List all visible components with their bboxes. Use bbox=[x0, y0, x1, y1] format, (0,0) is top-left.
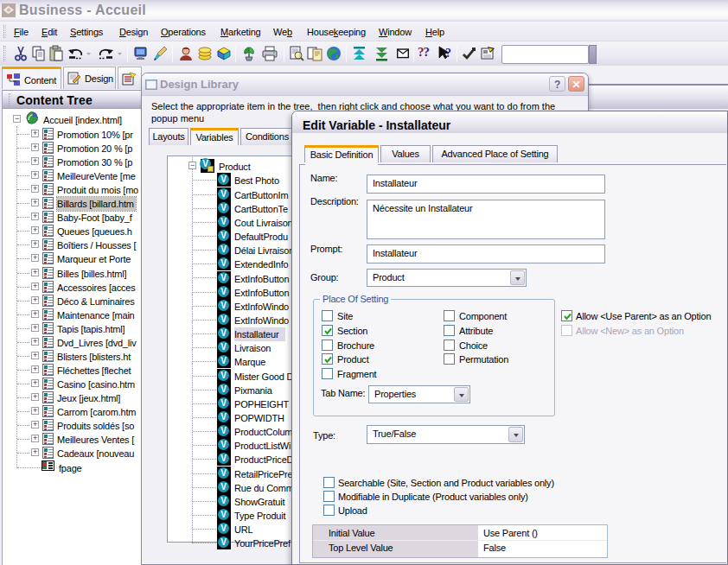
svg-text:?: ? bbox=[445, 47, 451, 60]
